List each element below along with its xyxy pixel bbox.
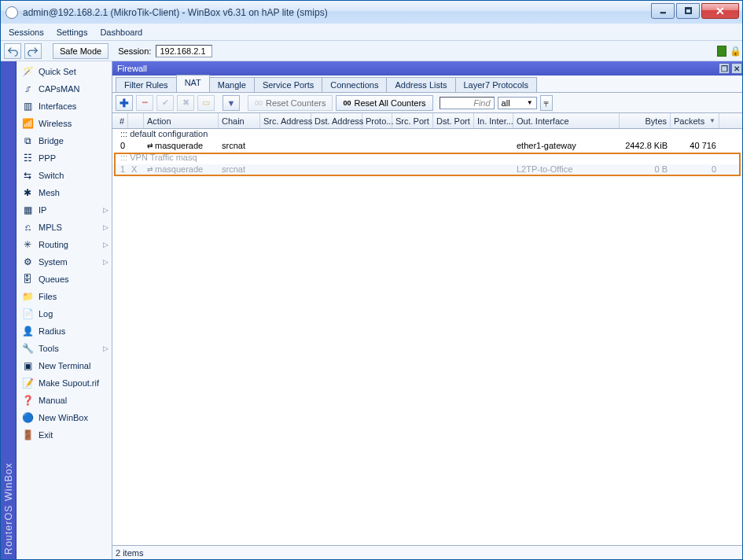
sidebar[interactable]: 🪄Quick Set⎎CAPsMAN▥Interfaces📶Wireless⧉B…	[17, 61, 112, 559]
filter-dropdown-button[interactable]: ╤	[540, 95, 553, 111]
column-out-interface[interactable]: Out. Interface	[513, 113, 620, 128]
sidebar-icon: ✱	[21, 186, 34, 199]
column-packets[interactable]: Packets▼	[671, 113, 719, 128]
session-label: Session:	[118, 46, 151, 56]
grid-rule-row[interactable]: 1X⇄masqueradesrcnatL2TP-to-Office0 B0	[112, 164, 742, 176]
column-action[interactable]: Action	[144, 113, 219, 128]
sidebar-item-label: New Terminal	[39, 361, 90, 370]
sidebar-item-interfaces[interactable]: ▥Interfaces	[17, 98, 112, 115]
sidebar-item-quick-set[interactable]: 🪄Quick Set	[17, 63, 112, 80]
sidebar-item-label: Exit	[39, 430, 53, 440]
enable-button[interactable]: ✔	[156, 95, 174, 111]
lock-icon: 🔒	[730, 46, 739, 57]
column-flag[interactable]	[128, 113, 144, 128]
tab-address-lists[interactable]: Address Lists	[386, 77, 455, 92]
session-field[interactable]: 192.168.2.1	[156, 45, 212, 57]
sidebar-item-radius[interactable]: 👤Radius	[17, 322, 112, 340]
grid-comment-row[interactable]: ::: VPN Traffic masq	[112, 153, 742, 164]
sidebar-item-files[interactable]: 📁Files	[17, 288, 112, 305]
window-title: admin@192.168.2.1 (MikroTik-Client) - Wi…	[23, 7, 649, 18]
chevron-right-icon: ▷	[103, 344, 109, 352]
sidebar-item-queues[interactable]: 🗄Queues	[17, 271, 112, 288]
connection-indicator-icon	[717, 46, 726, 57]
grid-rule-row[interactable]: 0⇄masqueradesrcnatether1-gateway2442.8 K…	[112, 141, 742, 153]
tabs: Filter RulesNATMangleService PortsConnec…	[112, 76, 742, 93]
disable-button[interactable]: ✖	[177, 95, 194, 111]
grid-toolbar: ✚ ━ ✔ ✖ ▭ ▼ 00Reset Counters 00Reset All…	[112, 93, 742, 113]
sidebar-icon: 👤	[21, 325, 34, 337]
sidebar-item-make-supout-rif[interactable]: 📝Make Supout.rif	[17, 374, 112, 392]
filter-button[interactable]: ▼	[223, 95, 240, 111]
panel-close-button[interactable]: ✕	[731, 63, 742, 74]
sidebar-item-system[interactable]: ⚙System▷	[17, 253, 112, 271]
sidebar-icon: ⧉	[21, 134, 34, 147]
minimize-button[interactable]: ━	[651, 3, 675, 19]
redo-button[interactable]	[24, 43, 42, 59]
find-input[interactable]: Find	[440, 97, 495, 109]
sidebar-item-mpls[interactable]: ⎌MPLS▷	[17, 219, 112, 236]
sidebar-icon: ❓	[21, 394, 34, 407]
sidebar-icon: 🔧	[21, 342, 34, 355]
sidebar-item-log[interactable]: 📄Log	[17, 305, 112, 322]
sidebar-item-mesh[interactable]: ✱Mesh	[17, 184, 112, 201]
sidebar-item-exit[interactable]: 🚪Exit	[17, 426, 112, 444]
sidebar-item-label: Mesh	[39, 188, 60, 197]
sidebar-item-new-terminal[interactable]: ▣New Terminal	[17, 357, 112, 374]
sidebar-icon: 🚪	[21, 429, 34, 441]
maximize-button[interactable]	[676, 3, 700, 19]
sidebar-icon: 📄	[21, 308, 34, 320]
tab-nat[interactable]: NAT	[176, 75, 210, 92]
sidebar-item-ip[interactable]: ▦IP▷	[17, 201, 112, 219]
column-bytes[interactable]: Bytes	[620, 113, 671, 128]
menu-sessions[interactable]: Sessions	[9, 28, 44, 37]
grid-body[interactable]: ::: default configuration0⇄masqueradesrc…	[112, 129, 742, 545]
menu-dashboard[interactable]: Dashboard	[100, 28, 142, 37]
sidebar-item-switch[interactable]: ⇆Switch	[17, 167, 112, 184]
comment-button[interactable]: ▭	[197, 95, 215, 111]
column-chain[interactable]: Chain	[219, 113, 260, 128]
panel-restore-button[interactable]: ❐	[719, 63, 730, 74]
add-button[interactable]: ✚	[116, 95, 133, 111]
tab-service-ports[interactable]: Service Ports	[254, 77, 322, 92]
filter-scope-dropdown[interactable]: all▼	[498, 97, 537, 109]
sidebar-item-wireless[interactable]: 📶Wireless	[17, 115, 112, 132]
column-dst-port[interactable]: Dst. Port	[433, 113, 474, 128]
sidebar-item-manual[interactable]: ❓Manual	[17, 392, 112, 409]
column-in-interface[interactable]: In. Inter...	[474, 113, 513, 128]
sidebar-icon: ⎎	[21, 83, 34, 95]
tab-mangle[interactable]: Mangle	[209, 77, 255, 92]
sidebar-item-label: Interfaces	[39, 101, 76, 111]
remove-button[interactable]: ━	[136, 95, 153, 111]
sidebar-item-label: Radius	[39, 326, 65, 336]
close-button[interactable]: ✕	[701, 3, 739, 19]
sidebar-item-capsman[interactable]: ⎎CAPsMAN	[17, 80, 112, 98]
chevron-right-icon: ▷	[103, 223, 109, 231]
grid-comment-row[interactable]: ::: default configuration	[112, 129, 742, 141]
sidebar-icon: 📝	[21, 377, 34, 389]
sidebar-item-routing[interactable]: ✳Routing▷	[17, 236, 112, 253]
column-src-address[interactable]: Src. Address	[260, 113, 311, 128]
safe-mode-button[interactable]: Safe Mode	[53, 43, 109, 59]
sidebar-item-tools[interactable]: 🔧Tools▷	[17, 340, 112, 357]
reset-counters-button[interactable]: 00Reset Counters	[248, 95, 333, 111]
sidebar-item-bridge[interactable]: ⧉Bridge	[17, 132, 112, 149]
sidebar-item-label: IP	[39, 205, 46, 215]
app-icon	[6, 6, 18, 19]
menu-settings[interactable]: Settings	[57, 28, 88, 37]
sidebar-item-new-winbox[interactable]: 🔵New WinBox	[17, 409, 112, 426]
tab-connections[interactable]: Connections	[322, 77, 387, 92]
tab-layer7-protocols[interactable]: Layer7 Protocols	[455, 77, 538, 92]
column-dst-address[interactable]: Dst. Address	[311, 113, 362, 128]
undo-button[interactable]	[4, 43, 21, 59]
column-number[interactable]: #	[112, 113, 128, 128]
column-protocol[interactable]: Proto...	[362, 113, 392, 128]
tab-filter-rules[interactable]: Filter Rules	[116, 77, 177, 92]
status-bar: 2 items	[112, 545, 742, 559]
panel-title: Firewall	[117, 64, 147, 73]
sidebar-icon: ⎌	[21, 221, 34, 234]
sidebar-icon: 📁	[21, 290, 34, 303]
sidebar-item-ppp[interactable]: ☷PPP	[17, 149, 112, 167]
sidebar-item-label: Manual	[39, 396, 67, 405]
reset-all-counters-button[interactable]: 00Reset All Counters	[336, 95, 432, 111]
column-src-port[interactable]: Src. Port	[392, 113, 433, 128]
